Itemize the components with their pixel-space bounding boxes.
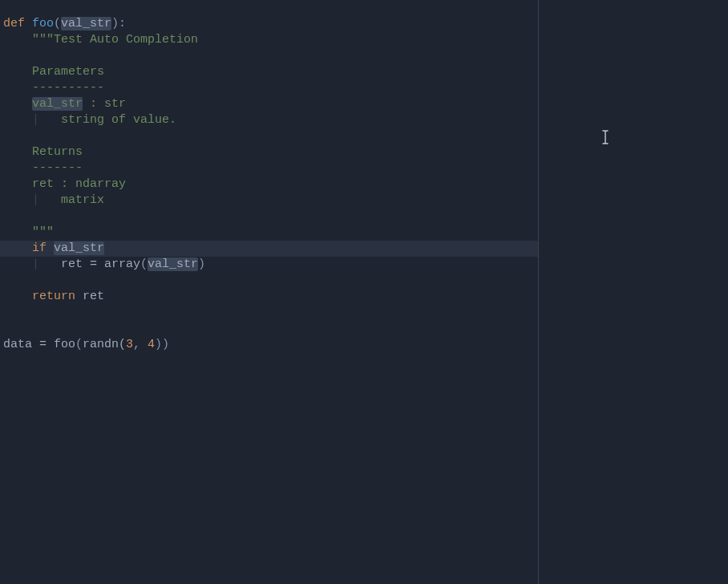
indent-guide: | [32,113,39,127]
code-line[interactable]: ---------- [0,80,538,96]
function-call: randn( [83,338,126,351]
indent [39,113,61,127]
function-name: foo [32,17,54,30]
indent [39,258,61,271]
code-line-current[interactable]: if val_str [0,241,538,257]
number: 3 [126,338,133,351]
indent [3,177,32,191]
docstring-text: string of value. [61,113,176,127]
code-line[interactable] [0,128,538,144]
function-call: array [104,258,140,271]
indent [3,161,32,175]
variable: val_str [148,258,198,271]
docstring-text: Returns [32,145,83,159]
docstring-open: """ [32,33,54,47]
indent [3,97,32,111]
indent [3,33,32,47]
code-line[interactable]: data = foo(randn(3, 4)) [0,337,538,353]
code-line[interactable]: """ [0,225,538,241]
code-line[interactable]: Parameters [0,64,538,80]
code-line[interactable]: | string of value. [0,112,538,128]
function-call: foo [54,338,75,351]
keyword-return: return [32,290,83,303]
code-editor[interactable]: def foo(val_str): """Test Auto Completio… [0,0,538,584]
docstring-text: ------- [32,161,83,175]
code-line[interactable]: ret : ndarray [0,176,538,193]
code-line[interactable]: | ret = array(val_str) [0,257,538,273]
indent-guide: | [32,193,39,207]
code-line[interactable]: return ret [0,289,538,305]
docstring-text: ---------- [32,81,104,95]
variable: ret [83,290,104,303]
indent [3,65,32,79]
docstring-text: ret : ndarray [32,177,126,191]
code-line[interactable] [0,273,538,289]
code-line[interactable] [0,321,538,337]
indent [3,193,32,207]
docstring-text: Parameters [32,65,104,79]
code-line[interactable]: def foo(val_str): [0,16,538,32]
code-line[interactable]: val_str : str [0,96,538,112]
code-line[interactable]: """Test Auto Completion [0,32,538,48]
paren-open: ( [75,338,83,351]
indent-guide: | [32,258,39,271]
variable: val_str [54,241,104,255]
docstring-close: """ [32,225,54,239]
param-name: val_str [61,17,111,30]
paren-close: ) [198,258,205,271]
variable: ret = [61,258,104,271]
indent [3,241,32,255]
keyword-if: if [32,241,54,255]
paren-open: ( [140,258,148,271]
paren-close: )) [155,338,169,351]
right-pane [539,0,728,584]
code-line[interactable]: | matrix [0,193,538,209]
paren-open: ( [54,17,61,30]
docstring-text: matrix [61,193,104,207]
comma: , [133,338,148,351]
param-name: val_str [32,97,83,111]
indent [3,258,32,271]
paren-close: ): [111,17,126,30]
indent [3,225,32,239]
code-line[interactable] [0,305,538,321]
indent [3,81,32,95]
code-line[interactable]: Returns [0,144,538,160]
indent [3,145,32,159]
code-line[interactable]: ------- [0,160,538,176]
keyword-def: def [3,17,32,30]
indent [39,193,61,207]
code-line[interactable] [0,48,538,64]
code-line[interactable] [0,209,538,225]
number: 4 [148,338,155,351]
variable: data = [3,338,54,351]
docstring-text: : str [83,97,126,111]
indent [3,113,32,127]
indent [3,290,32,303]
docstring-text: Test Auto Completion [54,33,198,47]
